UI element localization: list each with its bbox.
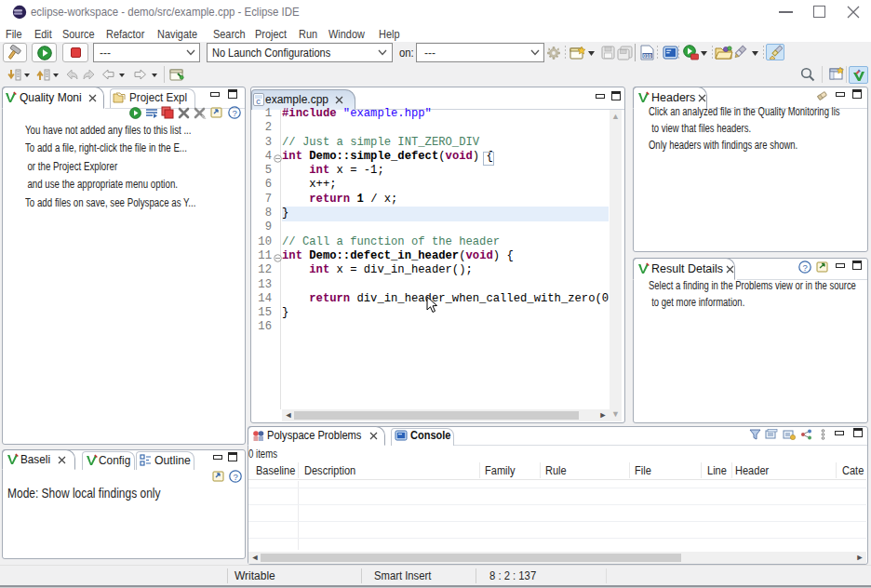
svg-text:?: ? bbox=[803, 262, 808, 273]
svg-text:?: ? bbox=[233, 108, 237, 118]
svg-text:c: c bbox=[256, 98, 261, 107]
svg-text:010: 010 bbox=[643, 53, 651, 59]
svg-text:?: ? bbox=[234, 472, 238, 482]
